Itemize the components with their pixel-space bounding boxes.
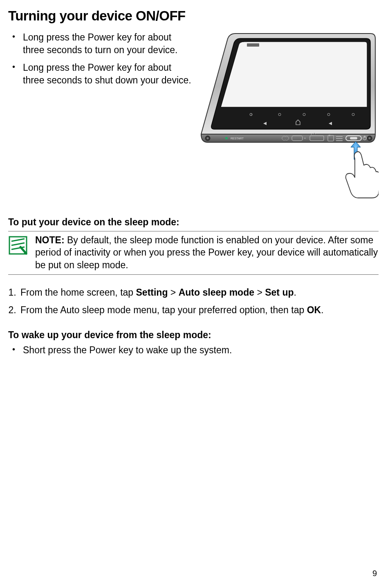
sleep-steps: From the home screen, tap Setting > Auto…	[8, 286, 379, 316]
list-item: Long press the Power key for about three…	[11, 31, 195, 56]
svg-point-7	[207, 137, 209, 139]
page-number: 9	[372, 569, 377, 578]
restart-label: RESTART	[231, 137, 244, 140]
note-label: NOTE:	[35, 235, 65, 245]
text: Setting	[136, 287, 168, 298]
note-text: NOTE: By default, the sleep mode functio…	[35, 234, 379, 271]
svg-rect-15	[329, 135, 330, 136]
intro-column: Long press the Power key for about three…	[8, 31, 195, 200]
note-icon	[8, 236, 28, 257]
list-item: Short press the Power key to wake up the…	[11, 344, 379, 357]
wake-bullets: Short press the Power key to wake up the…	[8, 344, 379, 357]
list-item: Long press the Power key for about three…	[11, 61, 195, 87]
device-illustration: RESTART	[199, 31, 379, 200]
svg-point-9	[369, 137, 371, 139]
top-row: Long press the Power key for about three…	[8, 31, 379, 200]
text: >	[168, 287, 178, 298]
text: >	[254, 287, 265, 298]
note-body: By default, the sleep mode function is e…	[35, 235, 378, 270]
list-item: From the Auto sleep mode menu, tap your …	[19, 304, 379, 316]
text: Set up	[265, 287, 294, 298]
text: Auto sleep mode	[179, 287, 254, 298]
wake-heading: To wake up your device from the sleep mo…	[8, 330, 379, 341]
page-title: Turning your device ON/OFF	[8, 8, 379, 24]
text: From the Auto sleep mode menu, tap your …	[20, 305, 307, 315]
text: From the home screen, tap	[20, 287, 136, 298]
svg-rect-0	[247, 43, 259, 47]
note-block: NOTE: By default, the sleep mode functio…	[8, 231, 379, 275]
svg-rect-20	[350, 137, 357, 139]
list-item: From the home screen, tap Setting > Auto…	[19, 286, 379, 299]
tablet-power-illustration: RESTART	[199, 31, 379, 199]
svg-point-10	[225, 137, 228, 139]
svg-point-12	[305, 138, 306, 139]
text: .	[321, 305, 323, 315]
text: .	[294, 287, 296, 298]
sleep-heading: To put your device on the sleep mode:	[8, 217, 379, 228]
hand-icon	[346, 152, 379, 198]
text: OK	[307, 305, 321, 315]
intro-bullets: Long press the Power key for about three…	[8, 31, 195, 87]
